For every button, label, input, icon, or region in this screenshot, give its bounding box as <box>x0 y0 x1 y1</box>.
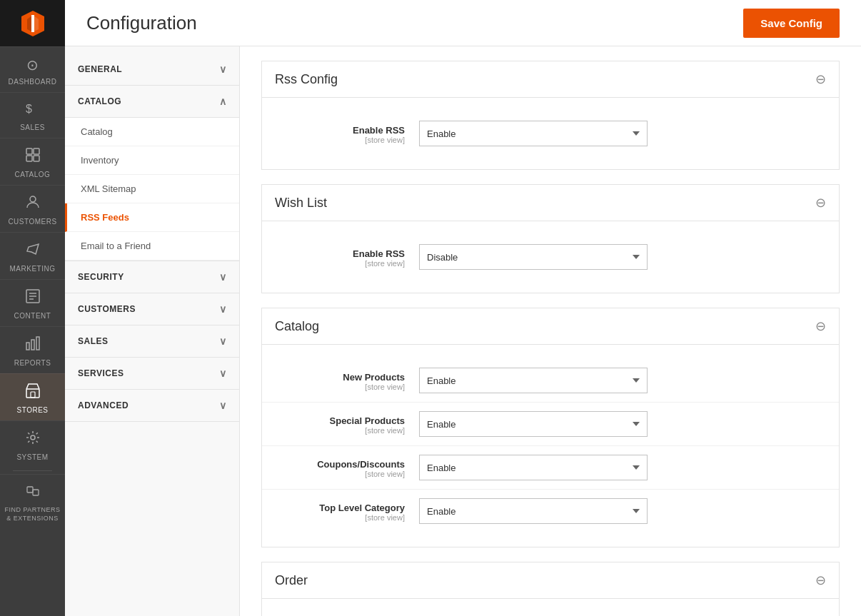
config-section-services-header[interactable]: SERVICES ∨ <box>65 358 239 389</box>
svg-rect-16 <box>36 337 39 350</box>
panel-order-body: Customer Order Status Notification [stor… <box>262 599 839 616</box>
catalog-sub-items: Catalog Inventory XML Sitemap RSS Feeds … <box>65 117 239 261</box>
svg-rect-20 <box>27 487 33 493</box>
sidebar-item-customers[interactable]: CUSTOMERS <box>0 185 65 232</box>
config-section-advanced-header[interactable]: ADVANCED ∨ <box>65 390 239 421</box>
main-area: Configuration Save Config GENERAL ∨ CATA… <box>65 0 861 616</box>
svg-rect-15 <box>31 340 34 350</box>
field-top-level-label: Top Level Category <box>276 503 405 513</box>
wish-list-collapse-icon: ⊖ <box>815 195 826 211</box>
config-section-security: SECURITY ∨ <box>65 261 239 293</box>
panel-wish-list-header[interactable]: Wish List ⊖ <box>262 185 839 221</box>
config-section-general-header[interactable]: GENERAL ∨ <box>65 54 239 85</box>
sidebar-divider <box>13 470 52 471</box>
field-order-status: Customer Order Status Notification [stor… <box>262 613 839 616</box>
panel-rss-config-body: Enable RSS [store view] Enable Disable <box>262 98 839 169</box>
stores-icon <box>25 383 41 403</box>
config-section-catalog: CATALOG ∧ Catalog Inventory XML Sitemap … <box>65 86 239 261</box>
panel-rss-config-title: Rss Config <box>275 72 338 87</box>
sales-icon: $ <box>26 101 40 120</box>
field-new-products-label: New Products <box>276 372 405 383</box>
config-section-customers-header[interactable]: CUSTOMERS ∨ <box>65 293 239 325</box>
field-rss-enable: Enable RSS [store view] Enable Disable <box>262 112 839 155</box>
sidebar-item-partners[interactable]: FIND PARTNERS & EXTENSIONS <box>0 474 65 528</box>
sidebar-item-sales[interactable]: $ SALES <box>0 92 65 138</box>
new-products-select[interactable]: Enable Disable <box>419 368 648 393</box>
top-level-select[interactable]: Enable Disable <box>419 498 648 524</box>
config-sub-item-catalog[interactable]: Catalog <box>65 118 239 146</box>
svg-rect-17 <box>26 389 39 398</box>
field-rss-enable-scope: [store view] <box>276 136 405 144</box>
field-rss-enable-control: Enable Disable <box>419 121 825 146</box>
field-special-products-scope: [store view] <box>276 426 405 435</box>
field-wishlist-rss-label: Enable RSS <box>276 248 405 259</box>
rss-config-collapse-icon: ⊖ <box>815 71 826 87</box>
panel-order: Order ⊖ Customer Order Status Notificati… <box>261 562 840 616</box>
field-new-products-control: Enable Disable <box>419 368 825 393</box>
logo <box>0 0 65 46</box>
sidebar-item-catalog[interactable]: CATALOG <box>0 138 65 185</box>
catalog-collapse-icon: ⊖ <box>815 318 826 334</box>
panel-catalog-body: New Products [store view] Enable Disable <box>262 345 839 547</box>
svg-rect-6 <box>34 148 39 154</box>
config-section-sales-header[interactable]: SALES ∨ <box>65 325 239 357</box>
wishlist-rss-select[interactable]: Enable Disable <box>419 244 648 270</box>
special-products-select[interactable]: Enable Disable <box>419 411 648 437</box>
svg-rect-3 <box>31 15 34 32</box>
sidebar-item-system[interactable]: SYSTEM <box>0 420 65 468</box>
config-section-sales: SALES ∨ <box>65 325 239 358</box>
order-collapse-icon: ⊖ <box>815 572 826 588</box>
panel-wish-list: Wish List ⊖ Enable RSS [store view] Enab… <box>261 184 840 293</box>
content-icon <box>25 288 41 308</box>
field-coupons-label: Coupons/Discounts <box>276 459 405 470</box>
dashboard-icon: ⊙ <box>26 56 39 74</box>
content-row: GENERAL ∨ CATALOG ∧ Catalog Inventory XM… <box>65 46 861 616</box>
svg-rect-18 <box>31 392 35 398</box>
top-header: Configuration Save Config <box>65 0 861 46</box>
sidebar-item-stores[interactable]: STORES <box>0 373 65 420</box>
svg-text:$: $ <box>26 103 32 115</box>
config-section-advanced: ADVANCED ∨ <box>65 390 239 422</box>
panel-order-header[interactable]: Order ⊖ <box>262 562 839 599</box>
panel-rss-config: Rss Config ⊖ Enable RSS [store view] Ena… <box>261 61 840 170</box>
panel-catalog-header[interactable]: Catalog ⊖ <box>262 308 839 345</box>
panel-catalog: Catalog ⊖ New Products [store view] Enab… <box>261 308 840 547</box>
config-sub-item-inventory[interactable]: Inventory <box>65 146 239 175</box>
sidebar-item-reports[interactable]: REPORTS <box>0 326 65 373</box>
sidebar-item-dashboard[interactable]: ⊙ DASHBOARD <box>0 46 65 92</box>
config-section-security-header[interactable]: SECURITY ∨ <box>65 261 239 293</box>
field-rss-enable-label: Enable RSS <box>276 125 405 136</box>
partners-icon <box>25 483 41 503</box>
catalog-arrow-icon: ∧ <box>219 96 227 107</box>
panel-wish-list-body: Enable RSS [store view] Enable Disable <box>262 221 839 293</box>
marketing-icon <box>25 241 41 261</box>
rss-enable-select[interactable]: Enable Disable <box>419 121 648 146</box>
coupons-select[interactable]: Enable Disable <box>419 455 648 480</box>
field-top-level-control: Enable Disable <box>419 498 825 524</box>
general-arrow-icon: ∨ <box>219 64 227 75</box>
config-sidebar: GENERAL ∨ CATALOG ∧ Catalog Inventory XM… <box>65 46 240 616</box>
config-sub-item-email-to-friend[interactable]: Email to a Friend <box>65 232 239 261</box>
reports-icon <box>25 335 41 355</box>
customers-icon <box>25 194 41 214</box>
field-wishlist-rss: Enable RSS [store view] Enable Disable <box>262 236 839 278</box>
svg-rect-5 <box>26 148 32 154</box>
svg-point-19 <box>31 435 35 440</box>
config-sub-item-xml-sitemap[interactable]: XML Sitemap <box>65 175 239 203</box>
config-sub-item-rss-feeds[interactable]: RSS Feeds <box>65 203 239 232</box>
save-config-button[interactable]: Save Config <box>743 9 840 38</box>
sidebar-item-marketing[interactable]: MARKETING <box>0 232 65 279</box>
field-wishlist-rss-control: Enable Disable <box>419 244 825 270</box>
svg-rect-14 <box>26 343 29 350</box>
panel-rss-config-header[interactable]: Rss Config ⊖ <box>262 61 839 98</box>
svg-point-9 <box>30 196 36 202</box>
field-coupons-control: Enable Disable <box>419 455 825 480</box>
svg-rect-7 <box>26 156 32 161</box>
sidebar-item-content[interactable]: CONTENT <box>0 279 65 326</box>
services-arrow-icon: ∨ <box>219 368 227 379</box>
field-special-products: Special Products [store view] Enable Dis… <box>262 403 839 446</box>
config-section-services: SERVICES ∨ <box>65 358 239 390</box>
panel-catalog-title: Catalog <box>275 319 319 334</box>
config-section-catalog-header[interactable]: CATALOG ∧ <box>65 86 239 117</box>
config-section-general: GENERAL ∨ <box>65 54 239 86</box>
